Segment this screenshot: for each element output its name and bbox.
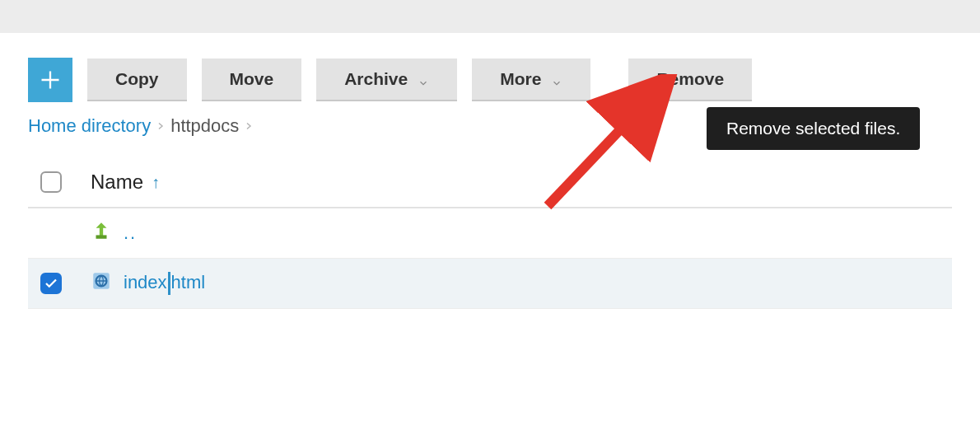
file-name-part1: index (124, 272, 167, 292)
copy-button[interactable]: Copy (87, 58, 187, 101)
add-button[interactable] (28, 58, 72, 102)
breadcrumb-separator-icon (244, 115, 254, 137)
chevron-down-icon (551, 73, 562, 85)
plus-icon (39, 68, 62, 91)
text-caret-icon (168, 272, 170, 295)
column-header-name-label: Name (91, 171, 143, 194)
folder-up-icon (91, 220, 112, 246)
remove-button-label: Remove (656, 69, 724, 89)
more-button[interactable]: More (472, 58, 590, 101)
breadcrumb-separator-icon (156, 115, 166, 137)
svg-rect-0 (96, 235, 107, 238)
remove-button[interactable]: Remove (628, 58, 752, 101)
sort-ascending-icon: ↑ (152, 173, 160, 192)
html-file-icon (91, 270, 112, 297)
file-name-link[interactable]: indexhtml (124, 272, 205, 295)
row-checkbox[interactable] (40, 273, 62, 294)
parent-dir-link[interactable]: .. (124, 222, 137, 244)
file-table: Name ↑ .. (28, 161, 952, 309)
more-button-label: More (500, 69, 541, 89)
column-header-name[interactable]: Name ↑ (91, 171, 160, 194)
archive-button-label: Archive (344, 69, 408, 89)
table-row[interactable]: .. (28, 208, 952, 259)
toolbar: Copy Move Archive More Remove (0, 33, 980, 115)
move-button-label: Move (230, 69, 274, 89)
row-checkbox-placeholder (40, 222, 63, 245)
file-name-part2: html (171, 272, 206, 292)
table-header: Name ↑ (28, 162, 952, 208)
remove-button-tooltip: Remove selected files. (707, 107, 920, 150)
select-all-checkbox[interactable] (40, 171, 62, 193)
chevron-down-icon (418, 73, 429, 85)
archive-button[interactable]: Archive (316, 58, 457, 101)
window-top-strip (0, 0, 980, 33)
copy-button-label: Copy (115, 69, 159, 89)
table-row[interactable]: indexhtml (28, 259, 952, 309)
breadcrumb-home-link[interactable]: Home directory (28, 115, 151, 137)
breadcrumb-current: httpdocs (170, 115, 239, 137)
move-button[interactable]: Move (202, 58, 302, 101)
